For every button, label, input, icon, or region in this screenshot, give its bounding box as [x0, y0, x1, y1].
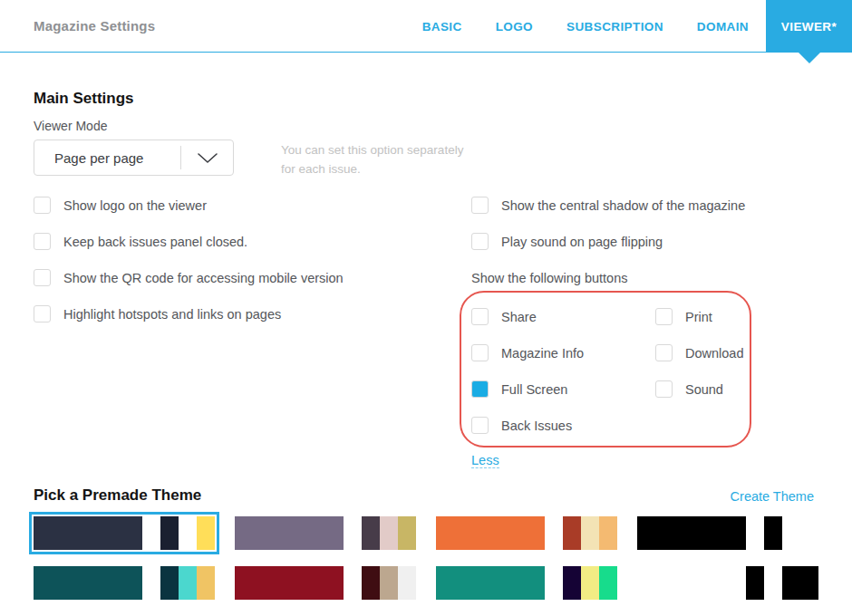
theme-color-segment	[142, 516, 160, 550]
theme-color-segment	[179, 516, 197, 550]
checkbox-qr-code[interactable]	[34, 269, 51, 286]
left-checkbox-column: Show logo on the viewer Keep back issues…	[34, 197, 344, 342]
checkbox-label: Show the QR code for accessing mobile ve…	[63, 271, 344, 285]
checkbox-row-share[interactable]: Share	[471, 308, 584, 325]
checkbox-label: Play sound on page flipping	[501, 235, 663, 249]
tab-viewer[interactable]: VIEWER*	[766, 0, 852, 53]
theme-color-segment	[637, 566, 746, 600]
theme-swatch[interactable]	[436, 516, 617, 550]
checkbox-back-issues[interactable]	[471, 417, 489, 434]
theme-color-segment	[599, 566, 617, 600]
theme-color-segment	[637, 516, 746, 550]
checkbox-row-highlight-hotspots[interactable]: Highlight hotspots and links on pages	[34, 305, 344, 322]
less-link[interactable]: Less	[471, 453, 499, 468]
theme-swatch[interactable]	[235, 566, 416, 600]
theme-swatch[interactable]	[34, 516, 215, 550]
show-following-buttons-label: Show the following buttons	[471, 271, 628, 285]
theme-color-segment	[545, 516, 563, 550]
theme-color-segment	[362, 566, 380, 600]
theme-color-segment	[746, 566, 764, 600]
header: Magazine Settings BASIC LOGO SUBSCRIPTIO…	[0, 0, 852, 53]
checkbox-download[interactable]	[655, 344, 673, 361]
theme-swatch[interactable]	[235, 516, 416, 550]
theme-color-segment	[436, 516, 545, 550]
checkbox-show-logo[interactable]	[34, 197, 51, 214]
checkbox-label: Show the central shadow of the magazine	[501, 198, 745, 213]
create-theme-link[interactable]: Create Theme	[731, 489, 814, 504]
theme-color-segment	[545, 566, 563, 600]
checkbox-row-back-issues-closed[interactable]: Keep back issues panel closed.	[34, 233, 344, 250]
checkbox-row-sound[interactable]: Sound	[655, 380, 744, 398]
checkbox-label: Show logo on the viewer	[63, 198, 207, 213]
checkbox-label: Keep back issues panel closed.	[63, 235, 247, 249]
theme-color-segment	[160, 566, 179, 600]
theme-color-segment	[380, 566, 398, 600]
theme-color-segment	[179, 566, 197, 600]
theme-color-segment	[380, 516, 398, 550]
checkbox-row-show-logo[interactable]: Show logo on the viewer	[34, 197, 344, 214]
theme-color-segment	[197, 566, 215, 600]
theme-row-1	[34, 516, 818, 550]
checkbox-label: Print	[685, 310, 712, 324]
checkbox-share[interactable]	[471, 308, 489, 325]
theme-color-segment	[599, 516, 617, 550]
theme-color-segment	[235, 566, 344, 600]
hint-line-1: You can set this option separately	[281, 140, 508, 159]
checkbox-back-issues-closed[interactable]	[34, 233, 51, 250]
theme-color-segment	[344, 516, 362, 550]
checkbox-label: Share	[501, 310, 537, 324]
checkbox-label: Highlight hotspots and links on pages	[63, 307, 281, 322]
checkbox-full-screen[interactable]	[471, 380, 489, 398]
viewer-mode-select[interactable]: Page per page	[34, 140, 234, 176]
checkbox-row-download[interactable]: Download	[655, 344, 744, 361]
theme-color-segment	[398, 516, 416, 550]
checkbox-play-sound[interactable]	[471, 233, 489, 250]
theme-color-segment	[436, 566, 545, 600]
tab-logo[interactable]: LOGO	[496, 0, 533, 53]
tab-subscription[interactable]: SUBSCRIPTION	[566, 0, 663, 53]
theme-swatch[interactable]	[436, 566, 617, 600]
chevron-down-icon[interactable]	[180, 146, 233, 169]
magazine-settings-page: Magazine Settings BASIC LOGO SUBSCRIPTIO…	[0, 0, 852, 616]
buttons-column-2: Print Download Sound	[655, 308, 744, 417]
checkbox-row-back-issues[interactable]: Back Issues	[471, 417, 584, 434]
right-checkbox-column: Show the central shadow of the magazine …	[471, 197, 745, 269]
theme-swatch[interactable]	[637, 516, 818, 550]
checkbox-row-print[interactable]: Print	[655, 308, 744, 325]
checkbox-label: Sound	[685, 382, 723, 397]
theme-color-segment	[344, 566, 362, 600]
theme-color-segment	[764, 566, 782, 600]
checkbox-highlight-hotspots[interactable]	[34, 305, 51, 322]
checkbox-central-shadow[interactable]	[471, 197, 489, 214]
hint-line-2: for each issue.	[281, 159, 508, 178]
viewer-mode-label: Viewer Mode	[34, 119, 107, 133]
theme-color-segment	[563, 516, 581, 550]
checkbox-row-central-shadow[interactable]: Show the central shadow of the magazine	[471, 197, 745, 214]
theme-color-segment	[160, 516, 179, 550]
checkbox-magazine-info[interactable]	[471, 344, 489, 361]
theme-color-segment	[398, 566, 416, 600]
checkbox-label: Download	[685, 346, 744, 361]
highlighted-buttons-group: Share Magazine Info Full Screen Back Iss…	[460, 291, 751, 448]
theme-color-segment	[764, 516, 782, 550]
checkbox-row-play-sound[interactable]: Play sound on page flipping	[471, 233, 745, 250]
theme-color-segment	[34, 516, 142, 550]
tab-basic[interactable]: BASIC	[422, 0, 462, 53]
theme-color-segment	[800, 516, 818, 550]
buttons-column-1: Share Magazine Info Full Screen Back Iss…	[471, 308, 584, 453]
checkbox-sound[interactable]	[655, 380, 673, 398]
theme-swatch[interactable]	[637, 566, 818, 600]
theme-color-segment	[235, 516, 344, 550]
theme-color-segment	[782, 566, 800, 600]
tab-domain[interactable]: DOMAIN	[697, 0, 749, 53]
theme-color-segment	[142, 566, 160, 600]
checkbox-row-magazine-info[interactable]: Magazine Info	[471, 344, 584, 361]
checkbox-print[interactable]	[655, 308, 673, 325]
checkbox-row-full-screen[interactable]: Full Screen	[471, 380, 584, 398]
theme-row-2	[34, 566, 818, 600]
checkbox-row-qr-code[interactable]: Show the QR code for accessing mobile ve…	[34, 269, 344, 286]
page-title: Magazine Settings	[34, 0, 155, 53]
theme-color-segment	[800, 566, 818, 600]
theme-swatch[interactable]	[34, 566, 215, 600]
checkbox-label: Back Issues	[501, 419, 572, 433]
